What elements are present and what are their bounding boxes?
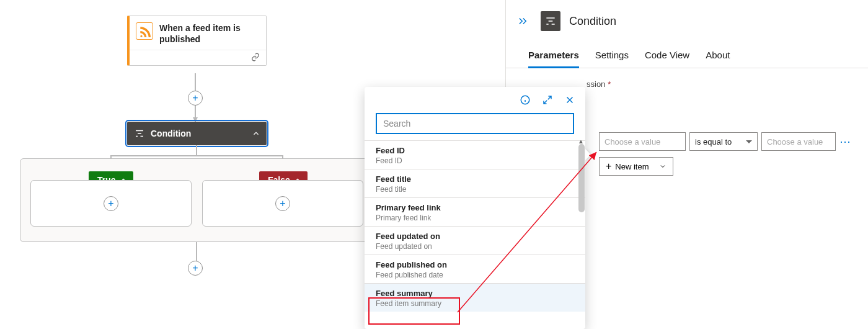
trigger-title: When a feed item is published: [159, 22, 259, 45]
false-branch-box[interactable]: +: [202, 180, 363, 227]
operator-select[interactable]: is equal to: [689, 132, 758, 151]
list-item[interactable]: Primary feed linkPrimary feed link: [365, 197, 585, 226]
new-item-button[interactable]: + New item: [599, 157, 673, 176]
close-icon[interactable]: [563, 93, 577, 107]
trigger-card[interactable]: When a feed item is published: [127, 16, 267, 66]
tab-about[interactable]: About: [706, 50, 730, 68]
tab-parameters[interactable]: Parameters: [528, 50, 579, 68]
condition-card[interactable]: Condition: [127, 122, 267, 145]
expand-icon[interactable]: [541, 93, 554, 107]
list-item[interactable]: Feed IDFeed ID: [365, 140, 585, 169]
add-action-button[interactable]: +: [275, 196, 290, 211]
branch-line: [196, 242, 197, 261]
expression-label: ssion *: [506, 68, 868, 89]
add-action-button[interactable]: +: [104, 196, 118, 211]
list-item[interactable]: Feed updated onFeed updated on: [365, 226, 585, 255]
condition-icon: [133, 127, 146, 140]
link-icon: [251, 53, 260, 61]
list-item[interactable]: Feed titleFeed title: [365, 169, 585, 197]
popup-pointer: [585, 149, 591, 160]
row-menu-button[interactable]: ⋯: [839, 135, 852, 148]
panel-title: Condition: [569, 15, 616, 28]
condition-title: Condition: [151, 128, 247, 138]
choose-value-right[interactable]: Choose a value: [761, 132, 836, 151]
true-branch-box[interactable]: +: [30, 180, 192, 227]
chevron-up-icon: [252, 129, 260, 138]
choose-value-left[interactable]: Choose a value: [599, 132, 686, 151]
search-input[interactable]: Search: [376, 113, 574, 134]
add-step-button[interactable]: +: [188, 261, 203, 276]
tab-settings[interactable]: Settings: [595, 50, 629, 68]
info-icon[interactable]: [518, 93, 532, 107]
add-step-button[interactable]: +: [188, 91, 203, 106]
list-item[interactable]: Feed published onFeed published date: [365, 255, 585, 283]
tab-code-view[interactable]: Code View: [645, 50, 689, 68]
condition-icon: [541, 11, 560, 31]
dynamic-content-popup: Search ▲ Feed IDFeed ID Feed titleFeed t…: [365, 87, 585, 329]
scrollbar-thumb[interactable]: [578, 144, 585, 212]
branch-line: [110, 155, 283, 156]
panel-tabs: Parameters Settings Code View About: [506, 34, 868, 68]
chevron-down-icon: [659, 163, 666, 170]
annotation-box: [368, 297, 460, 325]
rss-icon: [136, 22, 153, 40]
branch-line: [196, 145, 197, 155]
collapse-panel-button[interactable]: [513, 12, 532, 30]
